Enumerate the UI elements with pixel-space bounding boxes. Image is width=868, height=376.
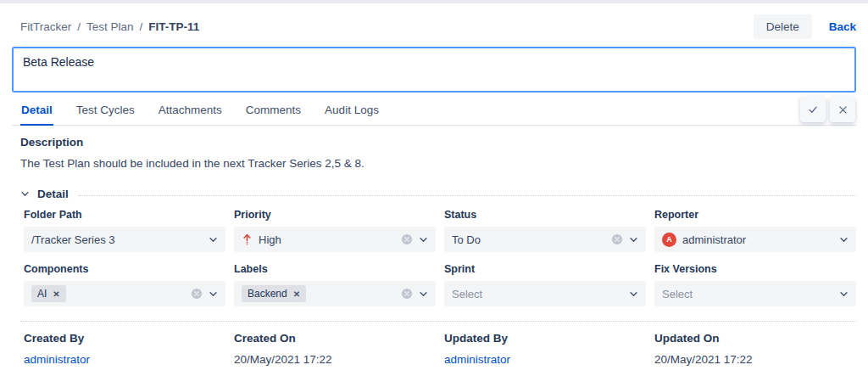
field-components: Components AI ✕ (24, 263, 225, 306)
cancel-button[interactable] (830, 97, 855, 122)
dotted-rule (78, 195, 856, 196)
detail-section-toggle[interactable]: Detail (20, 188, 856, 200)
back-link[interactable]: Back (829, 20, 856, 33)
description-text: The Test Plan should be included in the … (20, 157, 856, 170)
avatar: A (662, 233, 676, 247)
clear-icon[interactable] (611, 233, 623, 245)
breadcrumb-separator: / (77, 20, 81, 33)
reporter-select[interactable]: A administrator (654, 227, 856, 252)
description-label: Description (20, 136, 856, 149)
priority-high-icon (242, 233, 253, 245)
breadcrumb-project[interactable]: FitTracker (20, 20, 71, 33)
field-label: Status (444, 209, 646, 221)
chevron-down-icon[interactable] (419, 235, 428, 244)
meta-updated-on: Updated On 20/May/2021 17:22 (654, 332, 856, 366)
sprint-select[interactable]: Select (444, 281, 646, 306)
status-select[interactable]: To Do (444, 227, 646, 252)
field-label: Sprint (444, 263, 646, 275)
header-actions: Delete Back (754, 14, 856, 39)
fix-versions-placeholder: Select (662, 288, 693, 300)
chevron-down-icon[interactable] (419, 289, 428, 299)
title-edit-actions (800, 97, 855, 122)
meta-label: Created By (24, 332, 225, 345)
detail-tab-content: Description The Test Plan should be incl… (12, 126, 856, 366)
tab-test-cycles[interactable]: Test Cycles (75, 101, 136, 126)
chevron-down-icon[interactable] (209, 235, 218, 244)
field-sprint: Sprint Select (444, 263, 646, 306)
check-icon (807, 104, 819, 115)
field-status: Status To Do (444, 209, 646, 252)
breadcrumb: FitTracker / Test Plan / FIT-TP-11 (20, 20, 199, 33)
meta-created-by: Created By administrator (24, 332, 225, 366)
field-label: Reporter (654, 209, 856, 221)
chevron-down-icon (20, 189, 30, 199)
fix-versions-select[interactable]: Select (654, 281, 856, 306)
field-label: Folder Path (24, 209, 225, 221)
created-by-link[interactable]: administrator (24, 353, 90, 366)
meta-created-on: Created On 20/May/2021 17:22 (234, 332, 436, 366)
test-plan-detail-page: FitTracker / Test Plan / FIT-TP-11 Delet… (0, 3, 868, 366)
field-reporter: Reporter A administrator (654, 209, 856, 252)
meta-label: Updated By (444, 332, 646, 345)
breadcrumb-separator: / (140, 20, 143, 33)
meta-label: Created On (234, 332, 436, 345)
field-labels: Labels Backend ✕ (234, 263, 436, 306)
clear-icon[interactable] (401, 288, 413, 300)
tab-audit-logs[interactable]: Audit Logs (324, 101, 380, 126)
folder-path-value: /Tracker Series 3 (31, 233, 115, 246)
field-label: Priority (234, 209, 436, 221)
chevron-down-icon[interactable] (839, 235, 849, 244)
field-fix-versions: Fix Versions Select (654, 263, 856, 306)
status-value: To Do (452, 233, 481, 246)
close-icon (837, 104, 849, 115)
field-priority: Priority High (234, 209, 436, 252)
tab-bar: Detail Test Cycles Attachments Comments … (12, 101, 856, 126)
breadcrumb-test-plan[interactable]: Test Plan (86, 20, 134, 33)
field-label: Fix Versions (654, 263, 856, 275)
created-on-value: 20/May/2021 17:22 (234, 353, 436, 366)
sprint-placeholder: Select (452, 288, 482, 300)
remove-tag-icon[interactable]: ✕ (293, 289, 300, 299)
chevron-down-icon[interactable] (629, 235, 638, 244)
field-label: Components (24, 263, 225, 275)
detail-section-label: Detail (37, 188, 69, 200)
updated-on-value: 20/May/2021 17:22 (654, 353, 856, 366)
clear-icon[interactable] (191, 288, 203, 300)
tab-detail[interactable]: Detail (20, 101, 53, 126)
fields-grid: Folder Path /Tracker Series 3 Priority H… (24, 209, 856, 306)
remove-tag-icon[interactable]: ✕ (53, 289, 59, 299)
chevron-down-icon[interactable] (629, 289, 638, 299)
component-tag-label: AI (37, 288, 47, 300)
labels-select[interactable]: Backend ✕ (234, 281, 436, 306)
components-select[interactable]: AI ✕ (24, 281, 225, 306)
priority-select[interactable]: High (234, 227, 436, 252)
delete-button[interactable]: Delete (754, 14, 812, 39)
priority-value: High (259, 233, 281, 246)
label-tag-label: Backend (248, 288, 287, 300)
folder-path-select[interactable]: /Tracker Series 3 (24, 227, 225, 252)
component-tag: AI ✕ (31, 285, 66, 302)
tab-comments[interactable]: Comments (245, 101, 302, 126)
breadcrumb-issue-key: FIT-TP-11 (148, 20, 199, 33)
chevron-down-icon[interactable] (839, 289, 849, 299)
chevron-down-icon[interactable] (209, 289, 218, 299)
meta-label: Updated On (654, 332, 856, 345)
updated-by-link[interactable]: administrator (444, 353, 510, 366)
label-tag: Backend ✕ (242, 285, 306, 302)
field-folder-path: Folder Path /Tracker Series 3 (24, 209, 225, 252)
tab-attachments[interactable]: Attachments (158, 101, 223, 126)
clear-icon[interactable] (401, 233, 413, 245)
meta-divider (20, 321, 856, 322)
confirm-button[interactable] (800, 97, 826, 122)
page-header: FitTracker / Test Plan / FIT-TP-11 Delet… (12, 3, 856, 47)
reporter-value: administrator (682, 233, 746, 246)
title-input[interactable]: Beta Release (12, 47, 856, 93)
meta-updated-by: Updated By administrator (444, 332, 646, 366)
meta-grid: Created By administrator Created On 20/M… (24, 332, 856, 366)
field-label: Labels (234, 263, 436, 275)
